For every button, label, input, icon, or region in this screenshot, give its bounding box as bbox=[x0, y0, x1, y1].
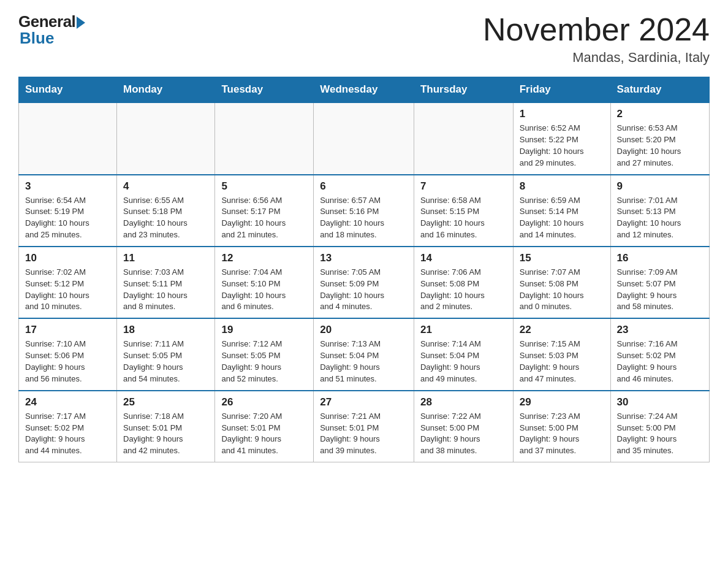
calendar-cell: 15Sunrise: 7:07 AM Sunset: 5:08 PM Dayli… bbox=[513, 247, 610, 318]
day-number: 27 bbox=[320, 396, 408, 408]
day-number: 10 bbox=[25, 252, 110, 264]
month-title: November 2024 bbox=[483, 12, 710, 47]
calendar-cell: 14Sunrise: 7:06 AM Sunset: 5:08 PM Dayli… bbox=[414, 247, 513, 318]
day-info: Sunrise: 7:13 AM Sunset: 5:04 PM Dayligh… bbox=[320, 339, 408, 385]
day-info: Sunrise: 7:12 AM Sunset: 5:05 PM Dayligh… bbox=[221, 339, 307, 385]
day-number: 2 bbox=[617, 108, 703, 120]
day-number: 23 bbox=[617, 324, 703, 336]
day-info: Sunrise: 6:53 AM Sunset: 5:20 PM Dayligh… bbox=[617, 123, 703, 169]
day-of-week-header: Wednesday bbox=[314, 77, 414, 103]
day-info: Sunrise: 7:10 AM Sunset: 5:06 PM Dayligh… bbox=[25, 339, 110, 385]
calendar-cell: 19Sunrise: 7:12 AM Sunset: 5:05 PM Dayli… bbox=[215, 318, 314, 390]
calendar-cell: 8Sunrise: 6:59 AM Sunset: 5:14 PM Daylig… bbox=[513, 175, 610, 247]
day-of-week-header: Thursday bbox=[414, 77, 513, 103]
day-number: 6 bbox=[320, 180, 408, 193]
calendar-table: SundayMondayTuesdayWednesdayThursdayFrid… bbox=[18, 77, 710, 462]
day-number: 9 bbox=[617, 180, 703, 193]
calendar-cell: 17Sunrise: 7:10 AM Sunset: 5:06 PM Dayli… bbox=[19, 318, 117, 390]
calendar-cell: 24Sunrise: 7:17 AM Sunset: 5:02 PM Dayli… bbox=[19, 391, 117, 462]
day-info: Sunrise: 7:14 AM Sunset: 5:04 PM Dayligh… bbox=[420, 339, 507, 385]
day-number: 26 bbox=[221, 396, 307, 408]
calendar-cell bbox=[19, 102, 117, 174]
calendar-cell: 12Sunrise: 7:04 AM Sunset: 5:10 PM Dayli… bbox=[215, 247, 314, 318]
calendar-week-row: 3Sunrise: 6:54 AM Sunset: 5:19 PM Daylig… bbox=[19, 175, 710, 247]
day-info: Sunrise: 7:17 AM Sunset: 5:02 PM Dayligh… bbox=[25, 411, 110, 457]
day-number: 25 bbox=[123, 396, 208, 408]
calendar-cell: 27Sunrise: 7:21 AM Sunset: 5:01 PM Dayli… bbox=[314, 391, 414, 462]
calendar-cell: 2Sunrise: 6:53 AM Sunset: 5:20 PM Daylig… bbox=[610, 102, 709, 174]
calendar-cell: 6Sunrise: 6:57 AM Sunset: 5:16 PM Daylig… bbox=[314, 175, 414, 247]
day-info: Sunrise: 7:23 AM Sunset: 5:00 PM Dayligh… bbox=[520, 411, 604, 457]
day-of-week-header: Saturday bbox=[610, 77, 709, 103]
day-info: Sunrise: 6:54 AM Sunset: 5:19 PM Dayligh… bbox=[25, 195, 110, 241]
calendar-cell: 11Sunrise: 7:03 AM Sunset: 5:11 PM Dayli… bbox=[117, 247, 215, 318]
day-info: Sunrise: 7:22 AM Sunset: 5:00 PM Dayligh… bbox=[420, 411, 507, 457]
day-number: 28 bbox=[420, 396, 507, 408]
day-number: 12 bbox=[221, 252, 307, 264]
day-number: 30 bbox=[617, 396, 703, 408]
calendar-cell: 13Sunrise: 7:05 AM Sunset: 5:09 PM Dayli… bbox=[314, 247, 414, 318]
day-info: Sunrise: 7:11 AM Sunset: 5:05 PM Dayligh… bbox=[123, 339, 208, 385]
calendar-cell bbox=[117, 102, 215, 174]
day-info: Sunrise: 6:55 AM Sunset: 5:18 PM Dayligh… bbox=[123, 195, 208, 241]
day-info: Sunrise: 6:59 AM Sunset: 5:14 PM Dayligh… bbox=[520, 195, 604, 241]
calendar-header-row: SundayMondayTuesdayWednesdayThursdayFrid… bbox=[19, 77, 710, 103]
day-of-week-header: Tuesday bbox=[215, 77, 314, 103]
day-info: Sunrise: 7:07 AM Sunset: 5:08 PM Dayligh… bbox=[520, 267, 604, 313]
day-number: 4 bbox=[123, 180, 208, 193]
day-number: 18 bbox=[123, 324, 208, 336]
calendar-cell: 21Sunrise: 7:14 AM Sunset: 5:04 PM Dayli… bbox=[414, 318, 513, 390]
day-info: Sunrise: 7:09 AM Sunset: 5:07 PM Dayligh… bbox=[617, 267, 703, 313]
calendar-cell: 4Sunrise: 6:55 AM Sunset: 5:18 PM Daylig… bbox=[117, 175, 215, 247]
day-info: Sunrise: 7:01 AM Sunset: 5:13 PM Dayligh… bbox=[617, 195, 703, 241]
calendar-cell: 29Sunrise: 7:23 AM Sunset: 5:00 PM Dayli… bbox=[513, 391, 610, 462]
day-number: 8 bbox=[520, 180, 604, 193]
day-number: 29 bbox=[520, 396, 604, 408]
calendar-cell bbox=[414, 102, 513, 174]
day-number: 15 bbox=[520, 252, 604, 264]
calendar-cell: 1Sunrise: 6:52 AM Sunset: 5:22 PM Daylig… bbox=[513, 102, 610, 174]
day-info: Sunrise: 6:56 AM Sunset: 5:17 PM Dayligh… bbox=[221, 195, 307, 241]
day-info: Sunrise: 7:03 AM Sunset: 5:11 PM Dayligh… bbox=[123, 267, 208, 313]
calendar-cell: 23Sunrise: 7:16 AM Sunset: 5:02 PM Dayli… bbox=[610, 318, 709, 390]
calendar-cell bbox=[215, 102, 314, 174]
calendar-cell bbox=[314, 102, 414, 174]
day-info: Sunrise: 6:52 AM Sunset: 5:22 PM Dayligh… bbox=[520, 123, 604, 169]
calendar-cell: 5Sunrise: 6:56 AM Sunset: 5:17 PM Daylig… bbox=[215, 175, 314, 247]
day-info: Sunrise: 7:04 AM Sunset: 5:10 PM Dayligh… bbox=[221, 267, 307, 313]
day-of-week-header: Sunday bbox=[19, 77, 117, 103]
day-info: Sunrise: 7:02 AM Sunset: 5:12 PM Dayligh… bbox=[25, 267, 110, 313]
day-number: 1 bbox=[520, 108, 604, 120]
calendar-cell: 18Sunrise: 7:11 AM Sunset: 5:05 PM Dayli… bbox=[117, 318, 215, 390]
day-of-week-header: Friday bbox=[513, 77, 610, 103]
day-number: 14 bbox=[420, 252, 507, 264]
day-number: 21 bbox=[420, 324, 507, 336]
day-number: 16 bbox=[617, 252, 703, 264]
day-info: Sunrise: 7:24 AM Sunset: 5:00 PM Dayligh… bbox=[617, 411, 703, 457]
title-block: November 2024 Mandas, Sardinia, Italy bbox=[483, 12, 710, 66]
calendar-cell: 30Sunrise: 7:24 AM Sunset: 5:00 PM Dayli… bbox=[610, 391, 709, 462]
day-info: Sunrise: 7:20 AM Sunset: 5:01 PM Dayligh… bbox=[221, 411, 307, 457]
calendar-week-row: 1Sunrise: 6:52 AM Sunset: 5:22 PM Daylig… bbox=[19, 102, 710, 174]
page-header: General Blue November 2024 Mandas, Sardi… bbox=[18, 12, 710, 66]
day-info: Sunrise: 6:57 AM Sunset: 5:16 PM Dayligh… bbox=[320, 195, 408, 241]
calendar-week-row: 24Sunrise: 7:17 AM Sunset: 5:02 PM Dayli… bbox=[19, 391, 710, 462]
logo-blue-text: Blue bbox=[18, 29, 54, 48]
day-info: Sunrise: 7:18 AM Sunset: 5:01 PM Dayligh… bbox=[123, 411, 208, 457]
calendar-cell: 10Sunrise: 7:02 AM Sunset: 5:12 PM Dayli… bbox=[19, 247, 117, 318]
calendar-cell: 22Sunrise: 7:15 AM Sunset: 5:03 PM Dayli… bbox=[513, 318, 610, 390]
location-title: Mandas, Sardinia, Italy bbox=[483, 50, 710, 66]
day-number: 5 bbox=[221, 180, 307, 193]
day-number: 24 bbox=[25, 396, 110, 408]
day-info: Sunrise: 7:15 AM Sunset: 5:03 PM Dayligh… bbox=[520, 339, 604, 385]
day-info: Sunrise: 7:06 AM Sunset: 5:08 PM Dayligh… bbox=[420, 267, 507, 313]
calendar-cell: 16Sunrise: 7:09 AM Sunset: 5:07 PM Dayli… bbox=[610, 247, 709, 318]
day-number: 20 bbox=[320, 324, 408, 336]
day-info: Sunrise: 7:21 AM Sunset: 5:01 PM Dayligh… bbox=[320, 411, 408, 457]
day-number: 11 bbox=[123, 252, 208, 264]
day-number: 19 bbox=[221, 324, 307, 336]
calendar-cell: 20Sunrise: 7:13 AM Sunset: 5:04 PM Dayli… bbox=[314, 318, 414, 390]
calendar-cell: 3Sunrise: 6:54 AM Sunset: 5:19 PM Daylig… bbox=[19, 175, 117, 247]
day-number: 17 bbox=[25, 324, 110, 336]
day-number: 7 bbox=[420, 180, 507, 193]
